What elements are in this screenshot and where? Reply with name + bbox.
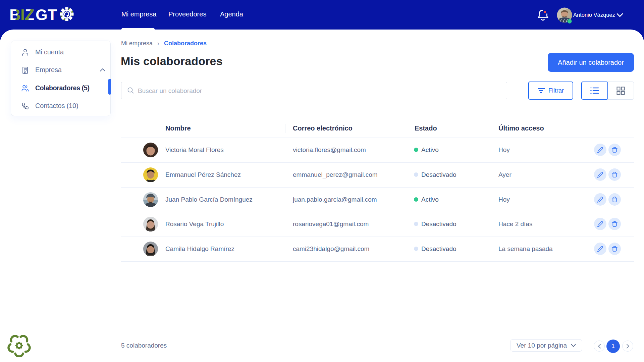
svg-text:G: G	[36, 7, 48, 22]
svg-text:T: T	[48, 7, 57, 22]
svg-text:I: I	[20, 7, 25, 22]
